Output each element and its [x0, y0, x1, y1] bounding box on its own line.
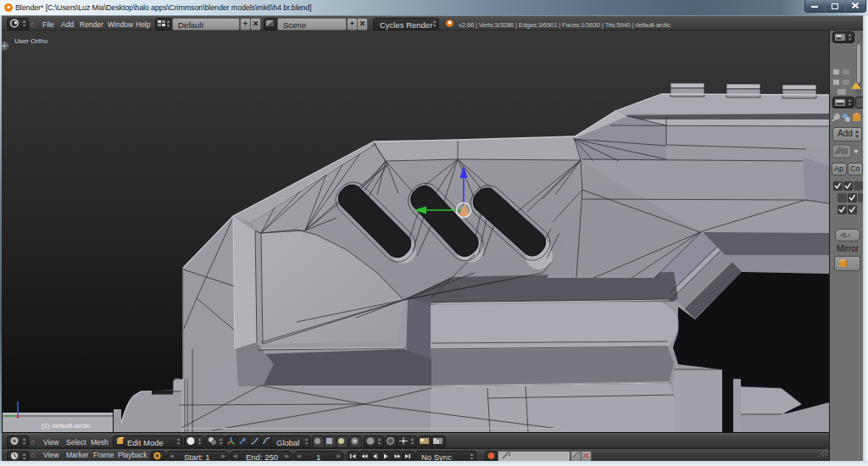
svg-text:User Ortho: User Ortho: [14, 37, 48, 45]
svg-text:(1) default-arctic: (1) default-arctic: [42, 422, 91, 430]
